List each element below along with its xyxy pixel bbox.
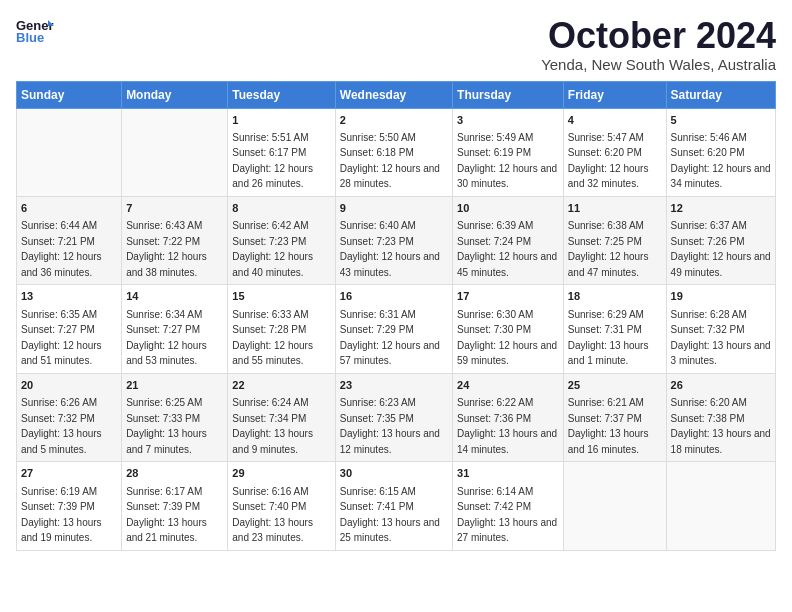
calendar-cell-w3-d2: 14Sunrise: 6:34 AMSunset: 7:27 PMDayligh… [122,285,228,373]
day-info: Sunrise: 6:38 AMSunset: 7:25 PMDaylight:… [568,220,649,278]
calendar-cell-w5-d4: 30Sunrise: 6:15 AMSunset: 7:41 PMDayligh… [335,462,452,550]
header-tuesday: Tuesday [228,81,335,108]
day-info: Sunrise: 6:29 AMSunset: 7:31 PMDaylight:… [568,309,649,367]
day-number: 3 [457,113,559,128]
calendar-cell-w5-d3: 29Sunrise: 6:16 AMSunset: 7:40 PMDayligh… [228,462,335,550]
day-info: Sunrise: 5:49 AMSunset: 6:19 PMDaylight:… [457,132,557,190]
day-number: 28 [126,466,223,481]
calendar-cell-w1-d6: 4Sunrise: 5:47 AMSunset: 6:20 PMDaylight… [563,108,666,196]
day-info: Sunrise: 6:20 AMSunset: 7:38 PMDaylight:… [671,397,771,455]
day-number: 2 [340,113,448,128]
calendar-cell-w3-d5: 17Sunrise: 6:30 AMSunset: 7:30 PMDayligh… [453,285,564,373]
week-row-3: 13Sunrise: 6:35 AMSunset: 7:27 PMDayligh… [17,285,776,373]
calendar-cell-w4-d4: 23Sunrise: 6:23 AMSunset: 7:35 PMDayligh… [335,373,452,461]
day-info: Sunrise: 6:19 AMSunset: 7:39 PMDaylight:… [21,486,102,544]
calendar-cell-w1-d5: 3Sunrise: 5:49 AMSunset: 6:19 PMDaylight… [453,108,564,196]
day-info: Sunrise: 6:42 AMSunset: 7:23 PMDaylight:… [232,220,313,278]
day-info: Sunrise: 5:46 AMSunset: 6:20 PMDaylight:… [671,132,771,190]
calendar-cell-w5-d2: 28Sunrise: 6:17 AMSunset: 7:39 PMDayligh… [122,462,228,550]
day-info: Sunrise: 6:22 AMSunset: 7:36 PMDaylight:… [457,397,557,455]
day-number: 30 [340,466,448,481]
week-row-2: 6Sunrise: 6:44 AMSunset: 7:21 PMDaylight… [17,196,776,284]
day-info: Sunrise: 6:39 AMSunset: 7:24 PMDaylight:… [457,220,557,278]
day-number: 7 [126,201,223,216]
calendar-cell-w5-d6 [563,462,666,550]
day-number: 1 [232,113,330,128]
calendar-cell-w5-d1: 27Sunrise: 6:19 AMSunset: 7:39 PMDayligh… [17,462,122,550]
day-number: 16 [340,289,448,304]
day-number: 25 [568,378,662,393]
calendar-table: Sunday Monday Tuesday Wednesday Thursday… [16,81,776,551]
day-info: Sunrise: 6:14 AMSunset: 7:42 PMDaylight:… [457,486,557,544]
day-info: Sunrise: 6:37 AMSunset: 7:26 PMDaylight:… [671,220,771,278]
week-row-5: 27Sunrise: 6:19 AMSunset: 7:39 PMDayligh… [17,462,776,550]
calendar-title: October 2024 [541,16,776,56]
day-number: 8 [232,201,330,216]
week-row-1: 1Sunrise: 5:51 AMSunset: 6:17 PMDaylight… [17,108,776,196]
calendar-cell-w2-d3: 8Sunrise: 6:42 AMSunset: 7:23 PMDaylight… [228,196,335,284]
day-number: 10 [457,201,559,216]
day-number: 29 [232,466,330,481]
day-info: Sunrise: 6:31 AMSunset: 7:29 PMDaylight:… [340,309,440,367]
day-info: Sunrise: 5:47 AMSunset: 6:20 PMDaylight:… [568,132,649,190]
calendar-cell-w2-d7: 12Sunrise: 6:37 AMSunset: 7:26 PMDayligh… [666,196,775,284]
header-wednesday: Wednesday [335,81,452,108]
day-number: 9 [340,201,448,216]
day-info: Sunrise: 6:17 AMSunset: 7:39 PMDaylight:… [126,486,207,544]
calendar-cell-w1-d1 [17,108,122,196]
day-number: 20 [21,378,117,393]
day-info: Sunrise: 5:50 AMSunset: 6:18 PMDaylight:… [340,132,440,190]
calendar-cell-w4-d6: 25Sunrise: 6:21 AMSunset: 7:37 PMDayligh… [563,373,666,461]
calendar-cell-w2-d2: 7Sunrise: 6:43 AMSunset: 7:22 PMDaylight… [122,196,228,284]
weekday-header-row: Sunday Monday Tuesday Wednesday Thursday… [17,81,776,108]
day-info: Sunrise: 6:28 AMSunset: 7:32 PMDaylight:… [671,309,771,367]
day-info: Sunrise: 6:33 AMSunset: 7:28 PMDaylight:… [232,309,313,367]
calendar-cell-w1-d4: 2Sunrise: 5:50 AMSunset: 6:18 PMDaylight… [335,108,452,196]
calendar-cell-w4-d5: 24Sunrise: 6:22 AMSunset: 7:36 PMDayligh… [453,373,564,461]
day-number: 14 [126,289,223,304]
header-thursday: Thursday [453,81,564,108]
day-info: Sunrise: 6:15 AMSunset: 7:41 PMDaylight:… [340,486,440,544]
calendar-cell-w2-d5: 10Sunrise: 6:39 AMSunset: 7:24 PMDayligh… [453,196,564,284]
calendar-cell-w3-d7: 19Sunrise: 6:28 AMSunset: 7:32 PMDayligh… [666,285,775,373]
day-number: 12 [671,201,771,216]
day-info: Sunrise: 6:30 AMSunset: 7:30 PMDaylight:… [457,309,557,367]
week-row-4: 20Sunrise: 6:26 AMSunset: 7:32 PMDayligh… [17,373,776,461]
header-saturday: Saturday [666,81,775,108]
day-number: 11 [568,201,662,216]
day-number: 5 [671,113,771,128]
day-number: 24 [457,378,559,393]
day-number: 21 [126,378,223,393]
calendar-cell-w4-d7: 26Sunrise: 6:20 AMSunset: 7:38 PMDayligh… [666,373,775,461]
calendar-cell-w5-d5: 31Sunrise: 6:14 AMSunset: 7:42 PMDayligh… [453,462,564,550]
day-info: Sunrise: 6:35 AMSunset: 7:27 PMDaylight:… [21,309,102,367]
day-number: 15 [232,289,330,304]
day-number: 17 [457,289,559,304]
calendar-cell-w4-d3: 22Sunrise: 6:24 AMSunset: 7:34 PMDayligh… [228,373,335,461]
day-info: Sunrise: 6:34 AMSunset: 7:27 PMDaylight:… [126,309,207,367]
day-info: Sunrise: 5:51 AMSunset: 6:17 PMDaylight:… [232,132,313,190]
day-number: 19 [671,289,771,304]
calendar-cell-w1-d2 [122,108,228,196]
day-number: 6 [21,201,117,216]
header-monday: Monday [122,81,228,108]
calendar-cell-w2-d1: 6Sunrise: 6:44 AMSunset: 7:21 PMDaylight… [17,196,122,284]
logo: General Blue [16,16,54,46]
day-number: 27 [21,466,117,481]
day-info: Sunrise: 6:16 AMSunset: 7:40 PMDaylight:… [232,486,313,544]
calendar-cell-w2-d6: 11Sunrise: 6:38 AMSunset: 7:25 PMDayligh… [563,196,666,284]
day-info: Sunrise: 6:26 AMSunset: 7:32 PMDaylight:… [21,397,102,455]
day-number: 26 [671,378,771,393]
day-number: 4 [568,113,662,128]
calendar-cell-w4-d2: 21Sunrise: 6:25 AMSunset: 7:33 PMDayligh… [122,373,228,461]
logo-icon: General Blue [16,16,54,46]
calendar-cell-w4-d1: 20Sunrise: 6:26 AMSunset: 7:32 PMDayligh… [17,373,122,461]
calendar-cell-w2-d4: 9Sunrise: 6:40 AMSunset: 7:23 PMDaylight… [335,196,452,284]
day-info: Sunrise: 6:23 AMSunset: 7:35 PMDaylight:… [340,397,440,455]
day-info: Sunrise: 6:43 AMSunset: 7:22 PMDaylight:… [126,220,207,278]
svg-text:Blue: Blue [16,30,44,45]
header-friday: Friday [563,81,666,108]
day-info: Sunrise: 6:44 AMSunset: 7:21 PMDaylight:… [21,220,102,278]
day-info: Sunrise: 6:40 AMSunset: 7:23 PMDaylight:… [340,220,440,278]
calendar-subtitle: Yenda, New South Wales, Australia [541,56,776,73]
